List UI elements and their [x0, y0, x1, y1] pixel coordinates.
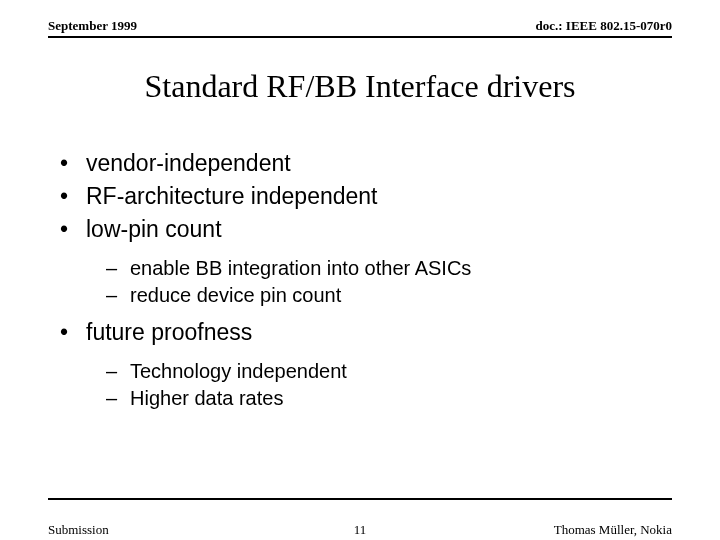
bullet-level1: •future proofness	[60, 319, 660, 346]
bullet-level2: –Higher data rates	[106, 387, 660, 410]
bullet-text: RF-architecture independent	[86, 183, 378, 210]
bullet-text: future proofness	[86, 319, 252, 346]
bullet-text: Higher data rates	[130, 387, 283, 410]
header-rule	[48, 36, 672, 38]
bullet-text: Technology independent	[130, 360, 347, 383]
bullet-level2: –Technology independent	[106, 360, 660, 383]
header-doc-id: doc.: IEEE 802.15-070r0	[536, 18, 673, 34]
bullet-text: reduce device pin count	[130, 284, 341, 307]
bullet-level1: •RF-architecture independent	[60, 183, 660, 210]
bullet-text: low-pin count	[86, 216, 222, 243]
bullet-text: enable BB integration into other ASICs	[130, 257, 471, 280]
bullet-level2: –enable BB integration into other ASICs	[106, 257, 660, 280]
header-date: September 1999	[48, 18, 137, 34]
bullet-level1: •vendor-independent	[60, 150, 660, 177]
bullet-text: vendor-independent	[86, 150, 291, 177]
footer-rule	[48, 498, 672, 500]
slide: September 1999 doc.: IEEE 802.15-070r0 S…	[0, 0, 720, 540]
bullet-level1: •low-pin count	[60, 216, 660, 243]
bullet-level2: –reduce device pin count	[106, 284, 660, 307]
header: September 1999 doc.: IEEE 802.15-070r0	[48, 18, 672, 34]
slide-title: Standard RF/BB Interface drivers	[0, 68, 720, 105]
slide-body: •vendor-independent •RF-architecture ind…	[60, 150, 660, 414]
footer-author: Thomas Müller, Nokia	[554, 522, 672, 538]
